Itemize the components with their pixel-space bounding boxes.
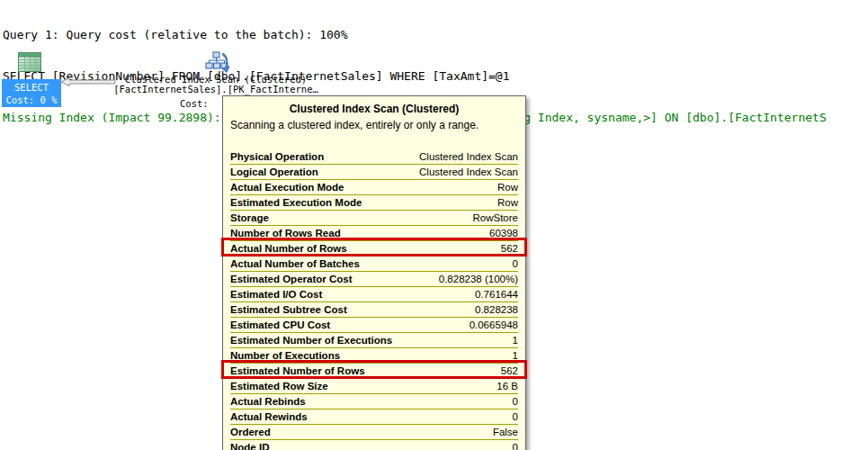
tooltip-row-label: Number of Rows Read bbox=[230, 226, 341, 240]
tooltip-row-label: Estimated Number of Rows bbox=[230, 364, 365, 378]
tooltip-row: Estimated Execution ModeRow bbox=[230, 195, 518, 211]
operator-tooltip: Clustered Index Scan (Clustered) Scannin… bbox=[222, 95, 526, 450]
tooltip-row-value: 0 bbox=[513, 256, 518, 271]
tooltip-row: Actual Rebinds0 bbox=[230, 394, 518, 410]
query-cost-line: Query 1: Query cost (relative to the bat… bbox=[3, 28, 827, 42]
tooltip-row: Node ID0 bbox=[230, 440, 518, 450]
tooltip-row: Actual Number of Batches0 bbox=[230, 256, 518, 272]
tooltip-row-label: Estimated Execution Mode bbox=[230, 195, 362, 210]
tooltip-row-label: Estimated Number of Executions bbox=[230, 333, 392, 347]
tooltip-row: Physical OperationClustered Index Scan bbox=[230, 149, 518, 165]
tooltip-row-label: Logical Operation bbox=[230, 165, 318, 179]
tooltip-row: Logical OperationClustered Index Scan bbox=[230, 165, 518, 180]
tooltip-row-label: Estimated I/O Cost bbox=[230, 287, 322, 302]
tooltip-title: Clustered Index Scan (Clustered) bbox=[230, 102, 518, 116]
tooltip-row: Actual Execution ModeRow bbox=[230, 180, 518, 195]
tooltip-row-value: Row bbox=[497, 195, 518, 210]
tooltip-row: OrderedFalse bbox=[230, 425, 518, 440]
tooltip-description: Scanning a clustered index, entirely or … bbox=[230, 119, 518, 132]
tooltip-row-label: Number of Executions bbox=[230, 348, 340, 363]
tooltip-row-highlighted: Actual Number of Rows562 bbox=[230, 241, 518, 256]
tooltip-row-value: Clustered Index Scan bbox=[419, 165, 518, 179]
tooltip-row-label: Actual Number of Rows bbox=[230, 241, 347, 256]
tooltip-row-value: 562 bbox=[501, 364, 518, 378]
tooltip-row-value: 0.0665948 bbox=[470, 318, 518, 332]
tooltip-row: Estimated Operator Cost0.828238 (100%) bbox=[230, 272, 518, 287]
scan-cost-label: Cost: bbox=[180, 98, 209, 109]
tooltip-row-label: Actual Execution Mode bbox=[230, 180, 345, 194]
tooltip-row-value: Clustered Index Scan bbox=[419, 149, 518, 164]
tooltip-row-value: 0 bbox=[513, 394, 518, 409]
select-operator-icon[interactable] bbox=[17, 51, 42, 76]
clustered-index-scan-label[interactable]: Clustered Index Scan (Clustered) [FactIn… bbox=[99, 75, 333, 94]
tooltip-row-label: Storage bbox=[230, 211, 269, 225]
tooltip-row-value: Row bbox=[497, 180, 518, 194]
select-operator-cost: Cost: 0 % bbox=[6, 94, 58, 105]
select-operator-name: SELECT bbox=[14, 82, 49, 93]
tooltip-row-value: 0 bbox=[513, 410, 518, 424]
tooltip-row: Actual Rewinds0 bbox=[230, 410, 518, 425]
tooltip-row-label: Ordered bbox=[230, 425, 271, 439]
tooltip-row-value: 0.828238 bbox=[475, 302, 518, 317]
tooltip-row: Estimated Number of Executions1 bbox=[230, 333, 518, 348]
tooltip-row-value: 60398 bbox=[489, 226, 518, 240]
tooltip-row-highlighted: Estimated Number of Rows562 bbox=[230, 364, 518, 379]
tooltip-row-label: Node ID bbox=[230, 440, 269, 450]
tooltip-row-value: RowStore bbox=[473, 211, 519, 225]
tooltip-row-value: 0.828238 (100%) bbox=[439, 272, 518, 286]
tooltip-row: Estimated Row Size16 B bbox=[230, 379, 518, 394]
tooltip-row-value: 1 bbox=[513, 333, 518, 347]
tooltip-row: Estimated Subtree Cost0.828238 bbox=[230, 302, 518, 318]
tooltip-row-value: 0 bbox=[513, 440, 518, 450]
tooltip-row-value: 562 bbox=[501, 241, 518, 256]
tooltip-row-value: False bbox=[493, 425, 518, 439]
tooltip-row-label: Estimated Row Size bbox=[230, 379, 328, 393]
index-scan-icon bbox=[205, 50, 232, 74]
tooltip-row-label: Physical Operation bbox=[230, 149, 324, 164]
select-operator-label[interactable]: SELECT Cost: 0 % bbox=[2, 79, 61, 107]
result-grid-icon bbox=[17, 51, 42, 73]
tooltip-row-label: Estimated Subtree Cost bbox=[230, 302, 347, 317]
tooltip-row-label: Estimated Operator Cost bbox=[230, 272, 352, 286]
tooltip-row-label: Actual Rebinds bbox=[230, 394, 306, 409]
tooltip-row-value: 0.761644 bbox=[475, 287, 518, 302]
scan-index-name: [FactInternetSales].[PK_FactInterne… bbox=[113, 84, 318, 94]
tooltip-row-value: 1 bbox=[513, 348, 518, 363]
tooltip-row: Estimated I/O Cost0.761644 bbox=[230, 287, 518, 302]
tooltip-row: Number of Executions1 bbox=[230, 348, 518, 364]
tooltip-row-label: Actual Number of Batches bbox=[230, 256, 360, 271]
tooltip-row-value: 16 B bbox=[497, 379, 518, 393]
tooltip-row: Number of Rows Read60398 bbox=[230, 226, 518, 241]
tooltip-rows: Physical OperationClustered Index ScanLo… bbox=[230, 149, 518, 450]
tooltip-row: Estimated CPU Cost0.0665948 bbox=[230, 318, 518, 333]
tooltip-row-label: Estimated CPU Cost bbox=[230, 318, 330, 332]
tooltip-row: StorageRowStore bbox=[230, 211, 518, 226]
tooltip-row-label: Actual Rewinds bbox=[230, 410, 308, 424]
